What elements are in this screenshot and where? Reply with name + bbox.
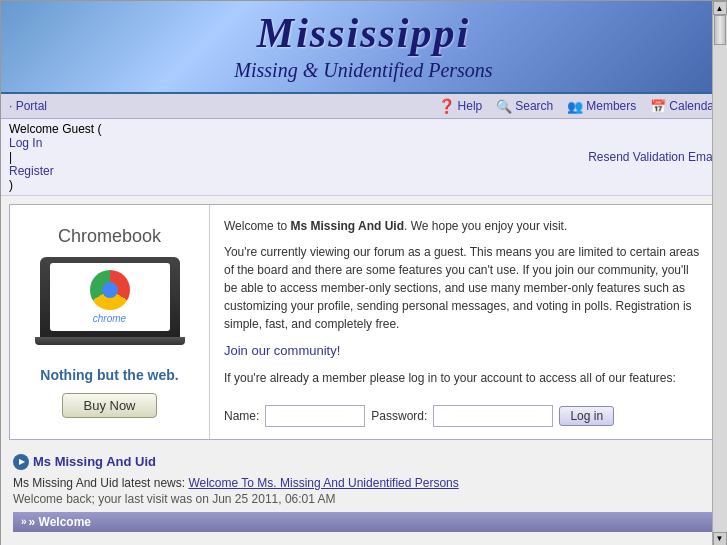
welcome-guest-text: Welcome Guest ( Log In | Register ) xyxy=(9,122,101,192)
guest-description: You're currently viewing our forum as a … xyxy=(224,243,703,333)
join-link-para: Join our community! xyxy=(224,341,703,361)
scroll-down-button[interactable]: ▼ xyxy=(713,532,727,546)
password-input[interactable] xyxy=(433,405,553,427)
latest-news-link[interactable]: Welcome To Ms. Missing And Unidentified … xyxy=(188,476,458,490)
welcome-bar: Welcome Guest ( Log In | Register ) Rese… xyxy=(1,119,726,196)
guest-box: Chromebook chrome Nothing but the web. B… xyxy=(9,204,718,440)
site-name: Ms Missing And Uid xyxy=(290,219,404,233)
laptop-screen: chrome xyxy=(50,263,170,331)
latest-news: Ms Missing And Uid latest news: Welcome … xyxy=(13,476,714,490)
login-link[interactable]: Log In xyxy=(9,136,101,150)
calendar-icon: 📅 xyxy=(650,99,666,114)
password-label: Password: xyxy=(371,407,427,425)
name-input[interactable] xyxy=(265,405,365,427)
nav-right: ❓ Help 🔍 Search 👥 Members 📅 Calendar xyxy=(438,98,718,114)
scroll-thumb[interactable] xyxy=(714,15,726,45)
name-label: Name: xyxy=(224,407,259,425)
laptop-body: chrome xyxy=(40,257,180,337)
search-icon: 🔍 xyxy=(496,99,512,114)
members-link[interactable]: 👥 Members xyxy=(567,99,636,114)
page-wrapper: Mississippi Missing & Unidentified Perso… xyxy=(0,0,727,545)
category-bar: » » Welcome xyxy=(13,512,714,532)
site-subtitle: Missing & Unidentified Persons xyxy=(1,59,726,82)
forum-icon xyxy=(13,454,29,470)
login-button[interactable]: Log in xyxy=(559,406,614,426)
buy-now-button[interactable]: Buy Now xyxy=(62,393,156,418)
main-content: Chromebook chrome Nothing but the web. B… xyxy=(1,196,726,545)
ad-tagline: Nothing but the web. xyxy=(40,367,178,383)
ad-panel: Chromebook chrome Nothing but the web. B… xyxy=(10,205,210,439)
join-community-link[interactable]: Join our community! xyxy=(224,343,340,358)
category-arrow: » xyxy=(21,516,27,527)
site-title: Mississippi xyxy=(1,9,726,57)
login-prompt-text: If you're already a member please log in… xyxy=(224,369,703,387)
members-icon: 👥 xyxy=(567,99,583,114)
category-label: » Welcome xyxy=(29,515,91,529)
bottom-section: Ms Missing And Uid Ms Missing And Uid la… xyxy=(9,448,718,538)
help-link[interactable]: ❓ Help xyxy=(438,98,483,114)
register-link[interactable]: Register xyxy=(9,164,101,178)
ad-title: Chromebook xyxy=(58,226,161,247)
laptop-image: chrome xyxy=(35,257,185,357)
scroll-track xyxy=(713,15,727,532)
forum-title-row: Ms Missing And Uid xyxy=(13,454,714,470)
portal-link[interactable]: · Portal xyxy=(9,99,47,113)
forum-name-link[interactable]: Ms Missing And Uid xyxy=(33,454,156,469)
scroll-up-button[interactable]: ▲ xyxy=(713,1,727,15)
scrollbar[interactable]: ▲ ▼ xyxy=(712,1,726,545)
header-banner: Mississippi Missing & Unidentified Perso… xyxy=(1,1,726,94)
chrome-label: chrome xyxy=(93,313,126,324)
search-link[interactable]: 🔍 Search xyxy=(496,99,553,114)
calendar-link[interactable]: 📅 Calendar xyxy=(650,99,718,114)
nav-left: · Portal xyxy=(9,99,47,113)
greeting-text: Welcome to Ms Missing And Uid. We hope y… xyxy=(224,217,703,235)
login-row: Name: Password: Log in xyxy=(224,397,703,427)
resend-validation-link[interactable]: Resend Validation Email xyxy=(588,150,718,164)
welcome-message-panel: Welcome to Ms Missing And Uid. We hope y… xyxy=(210,205,717,439)
nav-bar: · Portal ❓ Help 🔍 Search 👥 Members 📅 Cal… xyxy=(1,94,726,119)
laptop-base xyxy=(35,337,185,345)
last-visit-text: Welcome back; your last visit was on Jun… xyxy=(13,492,714,506)
help-icon: ❓ xyxy=(438,98,455,114)
chrome-logo xyxy=(90,270,130,310)
